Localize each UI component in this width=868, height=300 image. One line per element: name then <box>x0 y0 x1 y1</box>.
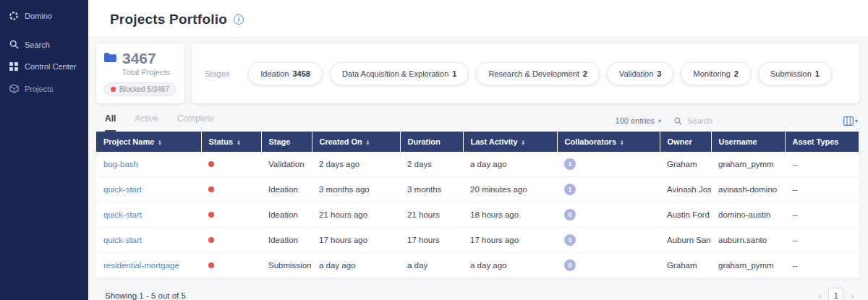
entries-dropdown[interactable]: 100 entries ▾ <box>616 116 661 125</box>
column-header-label: Last Activity <box>471 137 518 146</box>
tab-all[interactable]: All <box>105 113 116 132</box>
stage-pill[interactable]: Monitoring 2 <box>681 62 750 85</box>
asset-types-cell: -- <box>785 152 859 177</box>
column-header[interactable]: Owner▲▼ <box>660 132 711 152</box>
created-on-cell: 2 days ago <box>312 152 400 177</box>
stage-pill[interactable]: Ideation 3458 <box>248 62 323 85</box>
column-header-label: Project Name <box>103 137 154 146</box>
stage-cell: Ideation <box>261 228 312 253</box>
page-number-button[interactable]: 1 <box>828 288 843 300</box>
main-content: Projects Portfolio i 3467 Total Projects… <box>88 0 868 300</box>
sidebar-logo[interactable]: Domino <box>0 3 88 33</box>
column-header[interactable]: Status▲▼ <box>201 132 261 152</box>
tab-active[interactable]: Active <box>135 113 158 132</box>
column-header[interactable]: Duration▲▼ <box>400 132 463 152</box>
table-row[interactable]: bug-bash Validation 2 days ago 2 days a … <box>96 152 859 177</box>
created-on-cell: 3 months ago <box>312 177 400 202</box>
info-icon[interactable]: i <box>234 14 244 25</box>
status-dot-icon <box>208 212 214 218</box>
project-link[interactable]: residential-mortgage <box>103 261 179 270</box>
column-header[interactable]: Last Activity▲▼ <box>463 132 557 152</box>
stage-pill-name: Data Acquisition & Exploration <box>342 69 448 78</box>
entries-dropdown-label: 100 entries <box>616 116 655 125</box>
status-dot-icon <box>208 262 214 268</box>
column-header[interactable]: Created On▲▼ <box>312 132 400 152</box>
last-activity-cell: 17 hours ago <box>463 228 557 253</box>
owner-cell: Austin Ford <box>660 202 711 228</box>
next-page-button[interactable]: › <box>848 290 856 300</box>
table-row[interactable]: residential-mortgage Submission a day ag… <box>96 253 859 278</box>
stage-cell: Submission <box>261 253 312 278</box>
duration-cell: 17 hours <box>400 228 463 253</box>
created-on-cell: 17 hours ago <box>312 228 400 253</box>
column-header[interactable]: Asset Types▲▼ <box>785 132 859 152</box>
sort-icon[interactable]: ▲▼ <box>366 140 370 146</box>
showing-text: Showing 1 - 5 out of 5 <box>105 291 186 300</box>
sidebar: Domino Search Control Center Projects <box>0 0 88 300</box>
asset-types-cell: -- <box>785 202 859 228</box>
search-input[interactable] <box>686 116 738 126</box>
project-link[interactable]: quick-start <box>103 185 142 194</box>
project-link[interactable]: bug-bash <box>103 160 138 168</box>
table-row[interactable]: quick-start Ideation 17 hours ago 17 hou… <box>96 228 859 253</box>
search-icon <box>9 40 19 49</box>
toolbar-right: 100 entries ▾ ▾ <box>616 116 858 132</box>
stages-label: Stages <box>205 69 229 78</box>
column-header[interactable]: Collaborators▲▼ <box>557 132 660 152</box>
column-header[interactable]: Project Name▲▼ <box>96 132 201 152</box>
last-activity-cell: 18 hours ago <box>463 202 557 228</box>
sidebar-item-projects[interactable]: Projects <box>0 77 88 100</box>
projects-table: Project Name▲▼ Status▲▼ Stage▲▼ <box>96 132 859 278</box>
created-on-cell: 21 hours ago <box>312 202 400 228</box>
duration-cell: 21 hours <box>400 202 463 228</box>
stats-row: 3467 Total Projects Blocked 5/3467 Stage… <box>88 38 868 103</box>
domino-logo-icon <box>9 10 19 22</box>
asset-types-cell: -- <box>785 228 859 253</box>
stage-pill-name: Validation <box>619 69 654 78</box>
owner-cell: Auburn Santo <box>660 228 711 253</box>
duration-cell: 2 days <box>400 152 463 177</box>
chevron-down-icon: ▾ <box>658 118 661 124</box>
page-title: Projects Portfolio <box>110 12 227 27</box>
project-link[interactable]: quick-start <box>103 210 142 219</box>
sort-icon[interactable]: ▲▼ <box>237 140 240 146</box>
toolbar: All Active Complete 100 entries ▾ ▾ <box>88 103 868 132</box>
project-link[interactable]: quick-start <box>103 236 142 244</box>
sidebar-item-control-center[interactable]: Control Center <box>0 56 88 77</box>
username-cell: auburn.santo <box>711 228 785 253</box>
stage-cell: Validation <box>261 152 312 177</box>
pagination: ‹ 1 › <box>816 288 856 300</box>
grid-icon <box>9 62 19 71</box>
sort-icon[interactable]: ▲▼ <box>522 140 525 146</box>
blocked-badge-label: Blocked 5/3467 <box>119 85 169 93</box>
owner-cell: Graham <box>660 152 711 177</box>
collaborators-badge: 0 <box>564 260 576 271</box>
blocked-badge[interactable]: Blocked 5/3467 <box>103 82 176 96</box>
stage-pill-count: 2 <box>583 69 587 78</box>
column-header-label: Owner <box>668 137 692 146</box>
prev-page-button[interactable]: ‹ <box>816 290 824 300</box>
table-row[interactable]: quick-start Ideation 21 hours ago 21 hou… <box>96 202 859 228</box>
stage-pill[interactable]: Submission 1 <box>758 62 832 85</box>
stage-cell: Ideation <box>261 177 312 202</box>
stage-pill[interactable]: Validation 3 <box>607 62 674 85</box>
sort-icon[interactable]: ▲▼ <box>620 140 624 146</box>
table-row[interactable]: quick-start Ideation 3 months ago 3 mont… <box>96 177 859 202</box>
stage-pill-name: Ideation <box>260 69 289 78</box>
tabs: All Active Complete <box>96 113 214 132</box>
sidebar-item-search[interactable]: Search <box>0 33 88 56</box>
column-header-label: Status <box>209 137 234 146</box>
last-activity-cell: 20 minutes ago <box>463 177 557 202</box>
sort-icon[interactable]: ▲▼ <box>158 140 161 146</box>
column-picker-icon[interactable]: ▾ <box>843 116 858 126</box>
stage-pill[interactable]: Research & Development 2 <box>476 62 599 85</box>
column-header[interactable]: Username▲▼ <box>711 132 785 152</box>
column-header-label: Username <box>719 137 757 146</box>
tab-complete[interactable]: Complete <box>177 113 214 132</box>
stage-pill-count: 3 <box>657 69 661 78</box>
collaborators-badge: 1 <box>564 158 576 170</box>
blocked-dot-icon <box>111 87 116 92</box>
column-header[interactable]: Stage▲▼ <box>261 132 312 152</box>
column-header-label: Created On <box>320 137 362 146</box>
stage-pill[interactable]: Data Acquisition & Exploration 1 <box>330 62 469 85</box>
